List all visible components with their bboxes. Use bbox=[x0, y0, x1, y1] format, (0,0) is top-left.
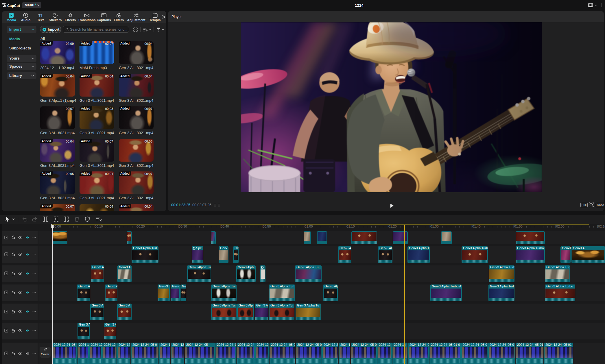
svg-text:TI: TI bbox=[38, 13, 43, 18]
